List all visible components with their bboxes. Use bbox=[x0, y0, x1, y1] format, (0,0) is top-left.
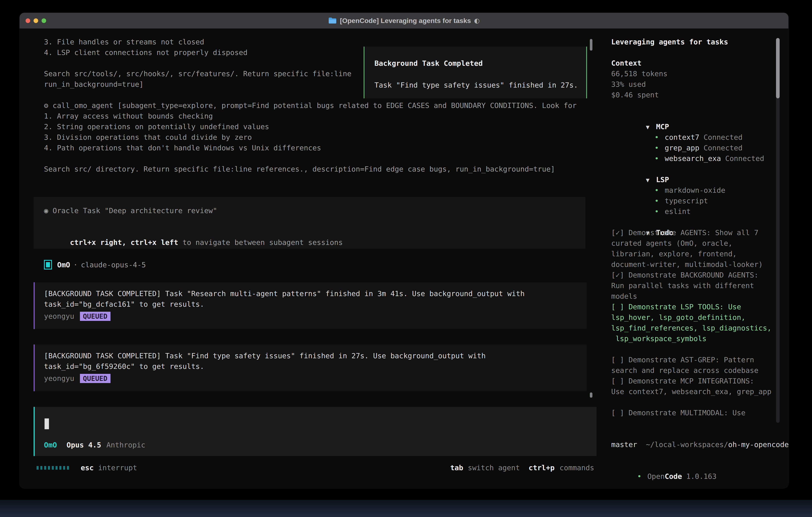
task-author: yeongyu bbox=[44, 374, 74, 382]
task-card-line: [BACKGROUND TASK COMPLETED] Task "Find t… bbox=[44, 351, 486, 361]
todo-line: Use context7, websearch_exa, grep_app bbox=[611, 386, 772, 397]
session-progress-icon: ◐ bbox=[474, 17, 480, 24]
todo-line-active: lsp_find_references, lsp_diagnostics, bbox=[611, 323, 772, 333]
status-dot-icon: • bbox=[637, 471, 647, 482]
todo-active-item: [ ] Demonstrate LSP TOOLS: Uselsp_hover,… bbox=[611, 301, 772, 344]
ctrlp-key-hint: ctrl+p bbox=[529, 464, 555, 472]
todo-line-active: [ ] Demonstrate LSP TOOLS: Use bbox=[611, 301, 772, 312]
status-dot-icon: • bbox=[655, 185, 665, 195]
context-section: Context 66,518 tokens 33% used $0.46 spe… bbox=[611, 58, 668, 100]
hint-keys: ctrl+x right, ctrl+x left bbox=[70, 238, 178, 246]
todo-pending-items: [ ] Demonstrate AST-GREP: Patternsearch … bbox=[611, 354, 772, 397]
task-card-line: task_id="bg_dcfac161" to get results. bbox=[44, 299, 204, 309]
todo-line: [ ] Demonstrate MULTIMODAL: Use bbox=[611, 407, 746, 418]
maximize-button[interactable] bbox=[41, 19, 46, 23]
status-dot-icon: • bbox=[655, 132, 665, 142]
terminal-line: 4. LSP client connections not properly d… bbox=[44, 47, 351, 58]
terminal-line bbox=[44, 58, 351, 69]
input-model: Opus 4.5 bbox=[66, 441, 101, 449]
context-used: 33% used bbox=[611, 79, 668, 89]
todo-line: curated agents (OmO, oracle, bbox=[611, 238, 763, 248]
notification-toast: Background Task Completed Task "Find typ… bbox=[364, 47, 587, 98]
main-scrollbar-thumb[interactable] bbox=[590, 39, 592, 51]
context-tokens: 66,518 tokens bbox=[611, 69, 668, 79]
hint-text: to navigate between subagent sessions bbox=[178, 238, 343, 246]
todo-line-active: lsp_workspace_symbols bbox=[611, 333, 772, 344]
todo-line: search and replace across codebase bbox=[611, 365, 772, 376]
lsp-heading-row[interactable]: ▼LSP bbox=[611, 164, 725, 174]
terminal-line: Search src/tools/, src/hooks/, src/featu… bbox=[44, 69, 351, 79]
esc-key-hint: esc bbox=[81, 464, 94, 472]
window-title: [OpenCode] Leveraging agents for tasks bbox=[340, 17, 471, 25]
session-title: Leveraging agents for tasks bbox=[611, 36, 728, 47]
context-spent: $0.46 spent bbox=[611, 89, 668, 100]
status-dot-icon: • bbox=[655, 153, 665, 164]
queued-badge: QUEUED bbox=[80, 374, 111, 383]
oracle-task-card: ◉ Oracle Task "Deep architecture review"… bbox=[34, 197, 585, 249]
agent-icon bbox=[44, 260, 52, 270]
terminal-output-call: ⚙ call_omo_agent [subagent_type=explore,… bbox=[44, 100, 577, 174]
desktop-background-strip bbox=[0, 500, 812, 517]
context-heading: Context bbox=[611, 58, 668, 69]
workspace-info: ~/local-workspaces/oh-my-opencode: maste… bbox=[611, 429, 788, 450]
input-provider: Anthropic bbox=[106, 441, 145, 449]
oracle-task-hint: ctrl+x right, ctrl+x left to navigate be… bbox=[44, 226, 343, 237]
todo-line: [✓] Demonstrate AGENTS: Show all 7 bbox=[611, 227, 763, 238]
todo-section-heading-row[interactable]: ▼Todo bbox=[611, 217, 673, 227]
workspace-path: ~/local-workspaces/ bbox=[646, 440, 728, 448]
terminal-line: 4. Path operations that don't handle Win… bbox=[44, 142, 577, 153]
esc-key-label: interrupt bbox=[98, 464, 137, 472]
task-author: yeongyu bbox=[44, 312, 74, 320]
terminal-line: ⚙ call_omo_agent [subagent_type=explore,… bbox=[44, 100, 577, 111]
status-bar-right: tab switch agent ctrl+p commands bbox=[450, 462, 594, 473]
status-dot-icon: • bbox=[655, 195, 665, 206]
terminal-line: 1. Array access without bounds checking bbox=[44, 111, 577, 121]
todo-line: models bbox=[611, 291, 763, 301]
close-button[interactable] bbox=[26, 19, 30, 23]
minimize-button[interactable] bbox=[34, 19, 38, 23]
todo-line: Run parallel tasks with different bbox=[611, 280, 763, 291]
notification-body: Task "Find type safety issues" finished … bbox=[374, 80, 578, 90]
traffic-lights bbox=[26, 13, 46, 28]
input-cursor bbox=[45, 418, 49, 429]
terminal-window: [OpenCode] Leveraging agents for tasks ◐… bbox=[20, 13, 788, 488]
terminal-line: Search src/ directory. Return specific f… bbox=[44, 164, 577, 174]
collapse-triangle-icon: ▼ bbox=[646, 122, 656, 132]
todo-line: librarian, explore, frontend, bbox=[611, 248, 763, 259]
agent-model: claude-opus-4-5 bbox=[81, 261, 146, 269]
task-card: [BACKGROUND TASK COMPLETED] Task "Find t… bbox=[34, 345, 587, 391]
collapse-triangle-icon: ▼ bbox=[646, 175, 656, 185]
main-scrollbar-thumb[interactable] bbox=[590, 392, 592, 398]
task-card-line: task_id="bg_6f59260c" to get results. bbox=[44, 361, 204, 372]
separator-dot: · bbox=[73, 261, 78, 269]
status-dot-icon: • bbox=[655, 142, 665, 153]
app-version: 1.0.163 bbox=[686, 472, 717, 481]
input-agent-name: OmO bbox=[44, 441, 57, 449]
workspace-repo: oh-my-opencode: bbox=[728, 440, 788, 448]
version-row: •OpenCode1.0.163 bbox=[611, 460, 717, 471]
terminal-line: 2. String operations on potentially unde… bbox=[44, 121, 577, 132]
mcp-heading-row[interactable]: ▼MCP bbox=[611, 111, 764, 121]
app-name-dim: Open bbox=[647, 472, 665, 481]
app-name-bold: Code bbox=[665, 472, 682, 481]
sidebar-scrollbar-thumb[interactable] bbox=[776, 38, 780, 98]
todo-line: [ ] Demonstrate MCP INTEGRATIONS: bbox=[611, 376, 772, 386]
folder-icon bbox=[328, 17, 337, 24]
agent-name: OmO bbox=[57, 261, 70, 269]
todo-pending-items-2: [ ] Demonstrate MULTIMODAL: Use bbox=[611, 407, 746, 418]
sidebar: Leveraging agents for tasks Context 66,5… bbox=[611, 13, 780, 488]
terminal-line: 3. File handles or streams not closed bbox=[44, 36, 351, 47]
progress-dots bbox=[36, 466, 69, 470]
todo-line: document-writer, multimodal-looker) bbox=[611, 259, 763, 270]
lsp-heading: LSP bbox=[656, 175, 669, 184]
mcp-section: ▼MCP •context7Connected •grep_appConnect… bbox=[611, 111, 764, 153]
ctrlp-key-label: commands bbox=[560, 464, 594, 472]
notification-title: Background Task Completed bbox=[374, 58, 483, 69]
task-card-line: [BACKGROUND TASK COMPLETED] Task "Resear… bbox=[44, 288, 525, 299]
terminal-line bbox=[44, 153, 577, 164]
task-card: [BACKGROUND TASK COMPLETED] Task "Resear… bbox=[34, 282, 587, 329]
chat-input[interactable]: OmO Opus 4.5 Anthropic bbox=[34, 407, 597, 456]
queued-badge: QUEUED bbox=[80, 312, 111, 321]
input-model-row: OmO Opus 4.5 Anthropic bbox=[44, 440, 145, 450]
terminal-line: run_in_background=true] bbox=[44, 79, 351, 89]
